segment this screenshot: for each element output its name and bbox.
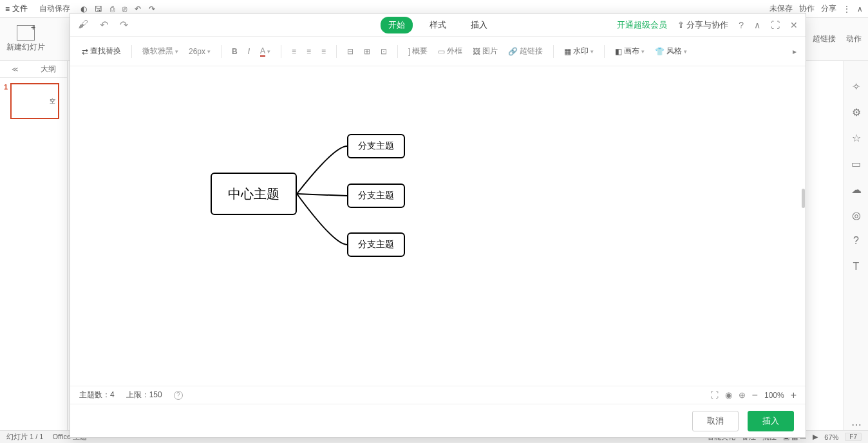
node-sibling-icon[interactable]: ⊡ xyxy=(378,46,390,57)
swap-icon: ⇄ xyxy=(82,47,88,56)
topic-limit: 上限：150 xyxy=(126,390,162,401)
find-replace-button[interactable]: ⇄ 查找替换 xyxy=(79,44,124,58)
thumb-number: 1 xyxy=(4,83,8,119)
dock-idea-icon[interactable]: ◎ xyxy=(851,209,862,221)
autosave-toggle-icon[interactable]: ◐ xyxy=(80,5,87,14)
thumb-preview: 空 xyxy=(50,97,55,106)
font-select[interactable]: 微软雅黑 xyxy=(140,44,181,58)
format-painter-icon[interactable]: 🖌 xyxy=(78,19,88,31)
preview-icon[interactable]: ◉ xyxy=(725,390,732,400)
titlebar-share[interactable]: 分享 xyxy=(821,3,836,14)
new-slide-icon xyxy=(17,25,35,41)
theme-button[interactable]: 👕 风格 xyxy=(652,44,690,58)
hamburger-icon[interactable]: ≡ xyxy=(5,5,10,14)
zoom-value: 100% xyxy=(764,391,784,400)
dialog-toolbar: ⇄ 查找替换 微软雅黑 26px B I A ≡ ≡ ≡ ⊟ ⊞ ⊡ ] 概要 … xyxy=(70,37,806,66)
right-dock: ✧ ⚙ ☆ ▭ ☁ ◎ ? T ⋯ xyxy=(844,61,868,430)
vip-link[interactable]: 开通超级会员 xyxy=(617,19,667,31)
insert-button[interactable]: 插入 xyxy=(748,411,794,431)
fontsize-select[interactable]: 26px xyxy=(186,46,213,57)
dock-more-icon[interactable]: ⋯ xyxy=(851,419,862,430)
slide-panel: ≪ 大纲 1 空 xyxy=(0,61,68,430)
new-slide-label: 新建幻灯片 xyxy=(6,42,45,53)
locate-icon[interactable]: ⊕ xyxy=(739,390,746,400)
dock-cloud-icon[interactable]: ☁ xyxy=(851,184,862,195)
dock-help-icon[interactable]: ? xyxy=(851,235,862,247)
connector-lines xyxy=(70,66,806,386)
italic-button[interactable]: I xyxy=(245,46,252,57)
tab-insert[interactable]: 插入 xyxy=(463,17,495,33)
maximize-icon[interactable]: ⛶ xyxy=(771,20,780,30)
node-child-icon[interactable]: ⊞ xyxy=(361,46,373,57)
watermark-button[interactable]: ▦ 水印 xyxy=(561,44,596,58)
mindmap-dialog: 🖌 ↶ ↷ 开始 样式 插入 开通超级会员 ⇪ 分享与协作 ? ∧ ⛶ ✕ ⇄ … xyxy=(70,13,806,438)
node-insert-icon[interactable]: ⊟ xyxy=(344,46,356,57)
canvas-layout-button[interactable]: ◧ 画布 xyxy=(612,44,647,58)
dock-star-icon[interactable]: ☆ xyxy=(851,132,862,144)
collapse-icon[interactable]: ≪ xyxy=(12,66,18,73)
zoom-value: 67% xyxy=(824,433,838,441)
topic-count: 主题数：4 xyxy=(79,390,115,401)
dialog-footer: 取消 插入 xyxy=(70,404,806,437)
image-button[interactable]: 🖼 图片 xyxy=(470,44,500,58)
new-slide-button[interactable]: 新建幻灯片 xyxy=(6,25,45,53)
titlebar-chevron-icon[interactable]: ∧ xyxy=(857,5,863,14)
branch-node-3[interactable]: 分支主题 xyxy=(347,232,405,257)
outline-button[interactable]: ▭ 外框 xyxy=(435,44,465,58)
bold-button[interactable]: B xyxy=(229,46,240,57)
qat-undo-icon[interactable]: ↶ xyxy=(135,5,141,14)
qat-open-icon[interactable]: ⎙ xyxy=(110,5,115,14)
tab-style[interactable]: 样式 xyxy=(422,17,454,33)
fit-screen-icon[interactable]: ⛶ xyxy=(710,390,719,400)
toolbar-overflow-icon[interactable]: ▸ xyxy=(793,47,797,56)
info-icon[interactable]: ? xyxy=(174,391,183,400)
file-menu[interactable]: 文件 xyxy=(12,3,28,14)
center-node[interactable]: 中心主题 xyxy=(211,173,297,215)
dialog-header: 🖌 ↶ ↷ 开始 样式 插入 开通超级会员 ⇪ 分享与协作 ? ∧ ⛶ ✕ xyxy=(70,14,806,37)
fontcolor-button[interactable]: A xyxy=(258,45,273,58)
ribbon-action[interactable]: 动作 xyxy=(846,33,862,44)
qat-save-icon[interactable]: 🖫 xyxy=(95,5,102,14)
undo-icon[interactable]: ↶ xyxy=(100,19,108,31)
share-collab[interactable]: ⇪ 分享与协作 xyxy=(677,19,729,31)
play-icon[interactable]: ▶ xyxy=(813,433,818,441)
ribbon-hyperlink[interactable]: 超链接 xyxy=(813,33,836,44)
vscroll-thumb[interactable] xyxy=(802,189,805,208)
mindmap-canvas[interactable]: 中心主题 分支主题 分支主题 分支主题 xyxy=(70,66,806,386)
align-right-icon[interactable]: ≡ xyxy=(319,46,328,57)
outline-tab[interactable]: 大纲 xyxy=(41,64,56,75)
dock-settings-icon[interactable]: ⚙ xyxy=(851,106,862,118)
zoom-out-button[interactable]: − xyxy=(752,390,758,401)
dock-text-icon[interactable]: T xyxy=(851,261,862,272)
link-button[interactable]: 🔗 超链接 xyxy=(505,44,545,58)
cancel-button[interactable]: 取消 xyxy=(692,411,739,431)
qat-redo-icon[interactable]: ↷ xyxy=(149,5,155,14)
slide-thumb-1[interactable]: 1 空 xyxy=(4,83,63,119)
dock-screen-icon[interactable]: ▭ xyxy=(851,158,862,169)
branch-node-1[interactable]: 分支主题 xyxy=(347,134,405,158)
help-icon[interactable]: ? xyxy=(739,20,744,30)
autosave-label: 自动保存 xyxy=(39,3,70,14)
align-left-icon[interactable]: ≡ xyxy=(289,46,299,57)
minimize-icon[interactable]: ∧ xyxy=(754,20,760,30)
qat-print-icon[interactable]: ⎚ xyxy=(122,5,127,14)
close-icon[interactable]: ✕ xyxy=(790,20,798,30)
redo-icon[interactable]: ↷ xyxy=(120,19,128,31)
dialog-statusbar: 主题数：4 上限：150 ? ⛶ ◉ ⊕ − 100% + xyxy=(70,386,806,404)
titlebar-more-icon[interactable]: ⋮ xyxy=(843,5,851,14)
zoom-in-button[interactable]: + xyxy=(791,390,797,401)
align-center-icon[interactable]: ≡ xyxy=(304,46,314,57)
branch-node-2[interactable]: 分支主题 xyxy=(347,184,405,208)
dock-magic-icon[interactable]: ✧ xyxy=(851,80,862,92)
share-icon: ⇪ xyxy=(677,20,684,30)
slide-counter: 幻灯片 1 / 1 xyxy=(6,432,43,442)
fkey-tag: F7 xyxy=(845,433,862,441)
tab-start[interactable]: 开始 xyxy=(381,17,413,33)
summary-button[interactable]: ] 概要 xyxy=(406,44,430,58)
